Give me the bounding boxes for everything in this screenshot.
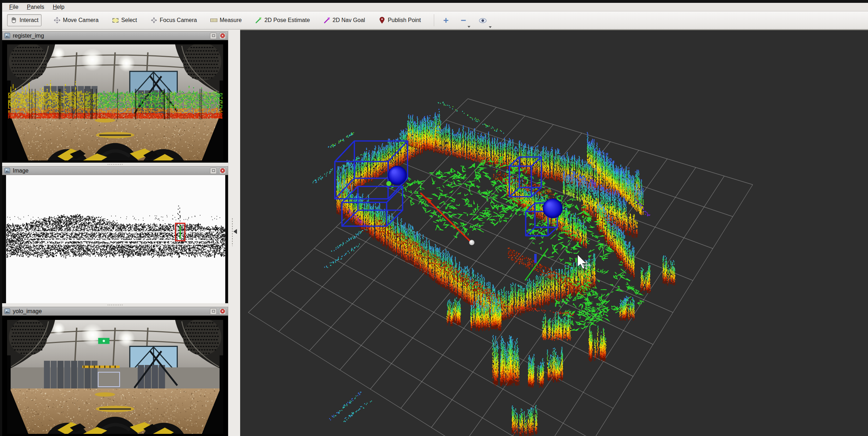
- ruler-icon: [210, 17, 217, 24]
- move-camera-tool-button[interactable]: Move Camera: [51, 15, 101, 26]
- undock-icon: [212, 169, 215, 172]
- depth-strip-image: [2, 175, 228, 303]
- focus-camera-tool-label: Focus Camera: [160, 17, 197, 23]
- pose-estimate-tool-button[interactable]: 2D Pose Estimate: [252, 15, 313, 26]
- register-img-view: [2, 40, 228, 163]
- panel-titlebar-yolo-image[interactable]: yolo_image ×: [2, 307, 228, 316]
- move-camera-tool-label: Move Camera: [63, 17, 98, 23]
- yolo-image-view: [2, 316, 228, 436]
- selection-box-icon: [112, 17, 119, 24]
- close-panel-button[interactable]: ×: [219, 308, 226, 315]
- hand-icon: [10, 17, 17, 24]
- dropdown-arrow-icon: [489, 26, 492, 28]
- interact-tool-button[interactable]: Interact: [7, 14, 42, 26]
- eye-icon: [478, 17, 487, 24]
- focus-crosshair-icon: [150, 17, 157, 24]
- window-top-edge: [0, 0, 868, 3]
- undock-icon: [212, 310, 215, 312]
- focus-camera-tool-button[interactable]: Focus Camera: [148, 15, 200, 26]
- 3d-viewport[interactable]: [240, 29, 868, 436]
- close-icon: ×: [220, 309, 225, 314]
- toolbar-separator: [434, 14, 434, 26]
- image-view: [2, 175, 228, 303]
- image-panel-icon: [4, 33, 10, 39]
- measure-tool-label: Measure: [220, 17, 242, 23]
- pointcloud-scene[interactable]: [240, 30, 868, 436]
- vertical-splitter[interactable]: [228, 29, 241, 436]
- move-arrows-icon: [54, 17, 61, 24]
- splitter-grip: [232, 218, 233, 246]
- close-icon: ×: [220, 168, 225, 173]
- measure-tool-button[interactable]: Measure: [208, 15, 244, 26]
- close-icon: ×: [220, 33, 225, 38]
- minus-icon: −: [461, 15, 466, 26]
- purple-arrow-icon: [324, 17, 331, 24]
- panel-title: yolo_image: [13, 308, 208, 315]
- yolo-camera-image: [2, 316, 228, 436]
- horizontal-splitter[interactable]: [2, 163, 228, 166]
- undock-icon: [212, 34, 215, 37]
- panel-title: Image: [13, 168, 208, 174]
- remove-tool-button[interactable]: −: [457, 16, 470, 25]
- nav-goal-tool-label: 2D Nav Goal: [333, 17, 365, 23]
- undock-panel-button[interactable]: [210, 308, 217, 315]
- pose-estimate-tool-label: 2D Pose Estimate: [264, 17, 310, 23]
- close-panel-button[interactable]: ×: [219, 168, 226, 174]
- dropdown-arrow-icon: [468, 26, 470, 28]
- add-tool-button[interactable]: +: [440, 16, 452, 25]
- image-panel-icon: [4, 308, 10, 314]
- menu-bar: File Panels Help: [2, 3, 868, 11]
- publish-point-tool-label: Publish Point: [388, 17, 421, 23]
- menu-panels[interactable]: Panels: [23, 3, 49, 11]
- tool-properties-button[interactable]: [475, 15, 491, 25]
- image-panel-icon: [4, 168, 10, 174]
- undock-panel-button[interactable]: [210, 168, 217, 174]
- undock-panel-button[interactable]: [210, 33, 217, 39]
- register-img-camera-image: [2, 40, 228, 163]
- toolbar: Interact Move Camera Select Focus Camera…: [2, 11, 868, 29]
- green-arrow-icon: [255, 17, 262, 24]
- collapse-panel-arrow-icon[interactable]: [233, 229, 237, 234]
- panel-titlebar-image[interactable]: Image ×: [2, 166, 228, 175]
- horizontal-splitter[interactable]: [2, 303, 228, 307]
- select-tool-button[interactable]: Select: [109, 15, 140, 26]
- nav-goal-tool-button[interactable]: 2D Nav Goal: [321, 15, 368, 26]
- select-tool-label: Select: [121, 17, 137, 23]
- panel-titlebar-register-img[interactable]: register_img ×: [2, 31, 228, 40]
- plus-icon: +: [443, 15, 449, 26]
- map-pin-icon: [378, 17, 386, 24]
- side-panel-column: register_img × Image × yolo_image ×: [2, 29, 228, 436]
- close-panel-button[interactable]: ×: [219, 33, 226, 39]
- publish-point-tool-button[interactable]: Publish Point: [376, 15, 424, 26]
- menu-help[interactable]: Help: [49, 3, 69, 11]
- interact-tool-label: Interact: [20, 17, 38, 23]
- menu-file[interactable]: File: [5, 3, 23, 11]
- panel-title: register_img: [13, 33, 208, 39]
